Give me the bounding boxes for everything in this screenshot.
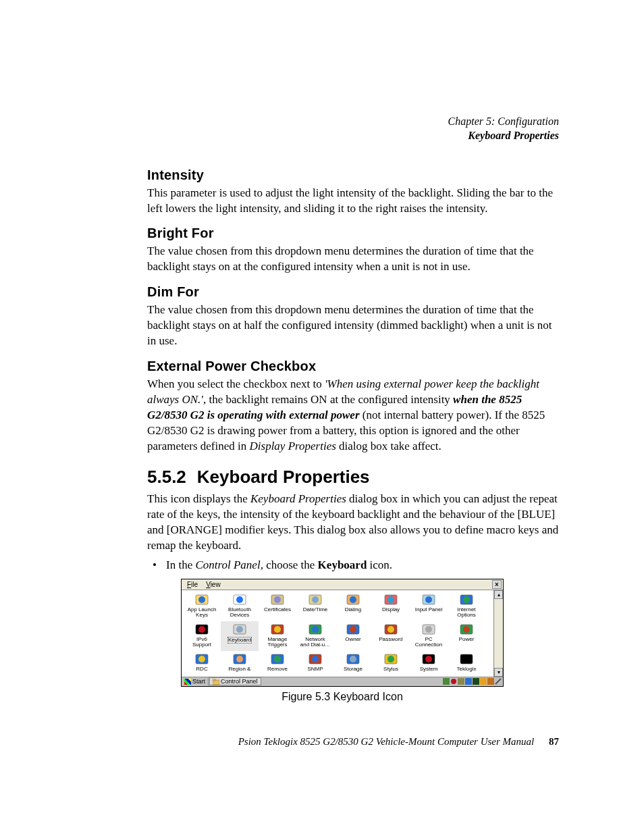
- icon-label: Power: [459, 637, 475, 642]
- tray-icon[interactable]: [458, 678, 464, 685]
- windows-flag-icon: [184, 679, 191, 685]
- cp-icon-certificates[interactable]: Certificates: [259, 592, 296, 621]
- cp-icon-power[interactable]: Power: [448, 621, 485, 651]
- taskbar-task[interactable]: Control Panel: [209, 677, 261, 685]
- window-body: App Launch KeysBluetooth DevicesCertific…: [182, 590, 503, 677]
- tray-icon[interactable]: [495, 678, 502, 685]
- icon-label: Certificates: [264, 607, 291, 613]
- svg-point-39: [312, 656, 319, 662]
- svg-rect-53: [465, 678, 472, 685]
- scroll-up-button[interactable]: ▴: [494, 590, 503, 599]
- cp-icon-remove[interactable]: Remove: [259, 651, 296, 677]
- cp-icon-bluetooth[interactable]: Bluetooth Devices: [221, 592, 259, 621]
- text: icon.: [367, 558, 392, 571]
- tray-icon[interactable]: [480, 678, 487, 685]
- svg-point-47: [463, 656, 470, 662]
- svg-point-29: [425, 626, 432, 633]
- text: In the: [166, 558, 195, 571]
- page-footer: Psion Teklogix 8525 G2/8530 G2 Vehicle-M…: [147, 736, 559, 748]
- svg-point-9: [350, 596, 356, 603]
- svg-point-43: [387, 656, 394, 662]
- icon-label: Stylus: [383, 667, 398, 672]
- tray-icon[interactable]: [450, 678, 457, 685]
- menubar: File View ×: [182, 579, 503, 590]
- icon-label: Remove: [267, 667, 288, 672]
- scroll-down-button[interactable]: ▾: [494, 668, 503, 677]
- svg-rect-54: [473, 678, 479, 685]
- cp-icon-rdc[interactable]: RDC: [183, 651, 221, 677]
- cp-icon-network[interactable]: Network and Dial-u…: [296, 621, 334, 651]
- scroll-track[interactable]: [494, 599, 503, 668]
- section-title: Keyboard Properties: [197, 467, 370, 487]
- text: , the backlight remains ON at the config…: [203, 393, 453, 406]
- svg-point-25: [350, 626, 356, 633]
- heading-bright-for: Bright For: [147, 226, 559, 241]
- task-label: Control Panel: [221, 678, 258, 685]
- tray-icon[interactable]: [465, 678, 472, 685]
- cp-icon-keyboard[interactable]: Keyboard: [221, 621, 259, 651]
- taskbar: Start Control Panel: [182, 677, 503, 686]
- cp-icon-owner[interactable]: Owner: [334, 621, 372, 651]
- icon-label: Dialing: [345, 607, 361, 613]
- icon-label: Display: [382, 607, 400, 613]
- figure-wrap: File View × App Launch KeysBluetooth Dev…: [147, 579, 559, 703]
- svg-point-3: [236, 596, 243, 603]
- svg-point-51: [451, 679, 456, 684]
- text: dialog box take affect.: [336, 440, 441, 452]
- cp-icon-teklogix[interactable]: Teklogix: [448, 651, 485, 677]
- close-button[interactable]: ×: [492, 580, 502, 589]
- svg-point-31: [463, 626, 470, 633]
- cp-icon-internet[interactable]: Internet Options: [448, 592, 485, 621]
- svg-point-45: [425, 656, 432, 662]
- cp-icon-stylus[interactable]: Stylus: [372, 651, 410, 677]
- scrollbar[interactable]: ▴ ▾: [493, 590, 503, 677]
- svg-point-37: [274, 656, 281, 662]
- tray-icon[interactable]: [473, 678, 479, 685]
- svg-point-27: [387, 626, 394, 633]
- cp-icon-system[interactable]: System: [410, 651, 448, 677]
- system-tray: [443, 678, 503, 685]
- icon-label: Input Panel: [415, 607, 442, 613]
- svg-rect-56: [487, 678, 494, 685]
- cp-icon-app-launch[interactable]: App Launch Keys: [183, 592, 221, 621]
- cp-icon-password[interactable]: Password: [372, 621, 410, 651]
- icon-row: RDCRegion &RemoveSNMPStorageStylusSystem…: [183, 651, 493, 677]
- cp-icon-datetime[interactable]: Date/Time: [296, 592, 334, 621]
- tray-icon[interactable]: [487, 678, 494, 685]
- cp-icon-pc-conn[interactable]: PC Connection: [410, 621, 448, 651]
- icon-label: Region &: [229, 667, 251, 672]
- section-label: Keyboard Properties: [147, 129, 559, 143]
- figure-caption: Figure 5.3 Keyboard Icon: [181, 691, 504, 703]
- page-number: 87: [549, 736, 559, 747]
- start-label: Start: [192, 678, 205, 685]
- svg-rect-52: [458, 678, 464, 685]
- icon-label: IPv6 Support: [192, 637, 211, 648]
- tray-icon[interactable]: [443, 678, 450, 685]
- chapter-label: Chapter 5: Configuration: [147, 115, 559, 129]
- menu-file[interactable]: File: [183, 581, 202, 588]
- text-ital: Control Panel: [195, 558, 260, 571]
- cp-icon-ipv6[interactable]: IPv6 Support: [183, 621, 221, 651]
- cp-icon-input-panel[interactable]: Input Panel: [410, 592, 448, 621]
- cp-icon-triggers[interactable]: Manage Triggers: [259, 621, 296, 651]
- footer-text: Psion Teklogix 8525 G2/8530 G2 Vehicle-M…: [238, 736, 535, 747]
- cp-icon-display[interactable]: Display: [372, 592, 410, 621]
- cp-icon-dialing[interactable]: Dialing: [334, 592, 372, 621]
- svg-point-23: [312, 626, 319, 633]
- menu-view[interactable]: View: [202, 581, 225, 588]
- page-content: Chapter 5: Configuration Keyboard Proper…: [147, 115, 559, 703]
- svg-point-15: [463, 596, 470, 603]
- text: This icon displays the: [147, 492, 250, 505]
- start-button[interactable]: Start: [182, 677, 209, 686]
- icon-label: Teklogix: [457, 667, 477, 672]
- svg-point-41: [350, 656, 356, 662]
- cp-icon-storage[interactable]: Storage: [334, 651, 372, 677]
- control-panel-window: File View × App Launch KeysBluetooth Dev…: [181, 579, 504, 687]
- svg-point-7: [312, 596, 319, 603]
- cp-icon-region[interactable]: Region &: [221, 651, 259, 677]
- cp-icon-snmp[interactable]: SNMP: [296, 651, 334, 677]
- body-keyboard: This icon displays the Keyboard Properti…: [147, 492, 559, 554]
- body-ext-power: When you select the checkbox next to 'Wh…: [147, 377, 559, 454]
- icon-row: App Launch KeysBluetooth DevicesCertific…: [183, 592, 493, 621]
- icon-label: Owner: [345, 637, 361, 642]
